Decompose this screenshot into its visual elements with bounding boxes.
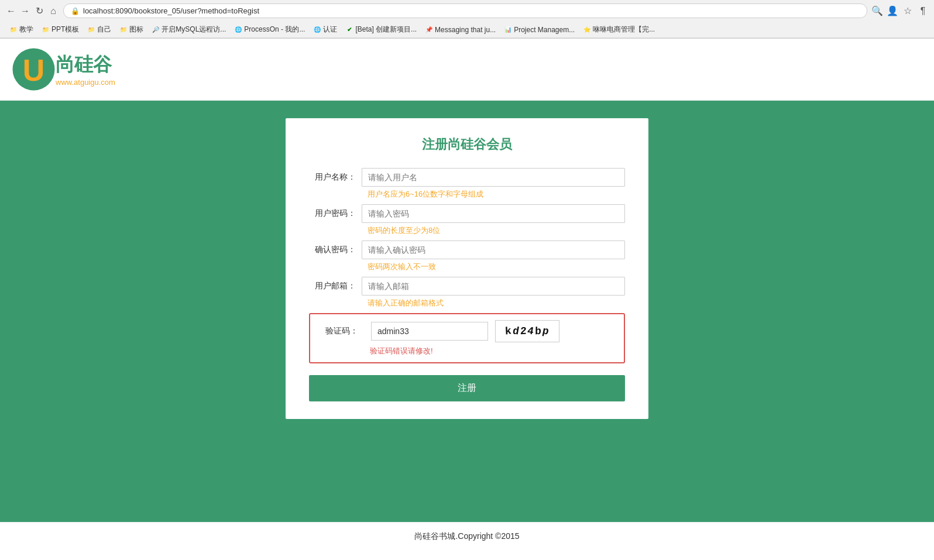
bookmark-icon-beta: ✔ bbox=[345, 26, 353, 34]
bookmark-jiaoxue[interactable]: 📁 教学 bbox=[6, 23, 37, 36]
username-input[interactable] bbox=[362, 168, 625, 187]
page-header: U 尚硅谷 www.atguigu.com bbox=[0, 39, 934, 101]
bookmark-ziji[interactable]: 📁 自己 bbox=[84, 23, 115, 36]
page-footer: 尚硅谷书城.Copyright ©2015 bbox=[0, 522, 934, 551]
username-label: 用户名称： bbox=[309, 168, 362, 183]
bookmark-icon-messaging: 📌 bbox=[425, 26, 433, 34]
lock-icon: 🔒 bbox=[71, 7, 80, 15]
nav-icons: ← → ↻ ⌂ bbox=[6, 6, 59, 16]
toolbar-right: 🔍 👤 ☆ ¶ bbox=[872, 6, 928, 16]
confirm-input[interactable] bbox=[362, 241, 625, 259]
bookmark-xiuxiu[interactable]: ⭐ 咻咻电商管理【完... bbox=[579, 23, 658, 36]
captcha-section: 验证码： kd24bp 验证码错误请修改! bbox=[309, 313, 625, 363]
confirm-row: 确认密码： bbox=[309, 241, 625, 259]
bookmark-icon-project: 📊 bbox=[504, 26, 512, 34]
captcha-error: 验证码错误请修改! bbox=[317, 346, 617, 356]
email-row: 用户邮箱： bbox=[309, 277, 625, 296]
browser-chrome: ← → ↻ ⌂ 🔒 localhost:8090/bookstore_05/us… bbox=[0, 0, 934, 39]
browser-toolbar: ← → ↻ ⌂ 🔒 localhost:8090/bookstore_05/us… bbox=[0, 0, 934, 22]
user-icon[interactable]: 👤 bbox=[887, 6, 898, 16]
bookmark-messaging[interactable]: 📌 Messaging that ju... bbox=[421, 25, 499, 35]
bookmark-ppt[interactable]: 📁 PPT模板 bbox=[38, 23, 83, 36]
menu-icon[interactable]: ¶ bbox=[918, 6, 928, 16]
bookmark-project[interactable]: 📊 Project Managem... bbox=[500, 25, 578, 35]
bookmark-mysql[interactable]: 🔎 开启MySQL远程访... bbox=[148, 23, 229, 36]
bookmark-renzheng[interactable]: 🌐 认证 bbox=[310, 23, 341, 36]
home-icon[interactable]: ⌂ bbox=[48, 6, 59, 16]
password-input-wrapper bbox=[362, 204, 625, 223]
password-row: 用户密码： bbox=[309, 204, 625, 223]
captcha-row: 验证码： kd24bp bbox=[317, 320, 617, 342]
password-input[interactable] bbox=[362, 204, 625, 223]
confirm-input-wrapper bbox=[362, 241, 625, 259]
bookmark-icon-processon: 🌐 bbox=[234, 26, 242, 34]
submit-row: 注册 bbox=[309, 375, 625, 401]
password-label: 用户密码： bbox=[309, 204, 362, 219]
bookmark-processon[interactable]: 🌐 ProcessOn - 我的... bbox=[231, 23, 308, 36]
captcha-input[interactable] bbox=[371, 322, 488, 341]
address-bar[interactable]: 🔒 localhost:8090/bookstore_05/user?metho… bbox=[63, 4, 867, 18]
form-title: 注册尚硅谷会员 bbox=[309, 136, 625, 153]
svg-text:U: U bbox=[23, 53, 45, 87]
email-input-wrapper bbox=[362, 277, 625, 296]
logo-url-text: www.atguigu.com bbox=[56, 78, 115, 87]
submit-button[interactable]: 注册 bbox=[309, 375, 625, 401]
bookmark-icon-ppt: 📁 bbox=[42, 26, 50, 34]
bookmark-icon-xiuxiu: ⭐ bbox=[583, 26, 591, 34]
bookmark-icon-renzheng: 🌐 bbox=[313, 26, 321, 34]
captcha-image[interactable]: kd24bp bbox=[495, 320, 559, 342]
logo-svg: U bbox=[12, 47, 56, 91]
logo-brand-text: 尚硅谷 bbox=[56, 52, 115, 78]
refresh-icon[interactable]: ↻ bbox=[34, 6, 44, 16]
footer-text: 尚硅谷书城.Copyright ©2015 bbox=[414, 531, 519, 541]
registration-form-container: 注册尚硅谷会员 用户名称： 用户名应为6~16位数字和字母组成 用户密码： 密码… bbox=[286, 118, 648, 419]
back-icon[interactable]: ← bbox=[6, 6, 16, 16]
username-input-wrapper bbox=[362, 168, 625, 187]
logo-text: 尚硅谷 www.atguigu.com bbox=[56, 52, 115, 87]
email-label: 用户邮箱： bbox=[309, 277, 362, 291]
bookmark-icon-ziji: 📁 bbox=[87, 26, 95, 34]
main-content: 注册尚硅谷会员 用户名称： 用户名应为6~16位数字和字母组成 用户密码： 密码… bbox=[0, 101, 934, 522]
captcha-image-text: kd24bp bbox=[504, 325, 551, 337]
address-text: localhost:8090/bookstore_05/user?method=… bbox=[83, 6, 259, 15]
forward-icon[interactable]: → bbox=[20, 6, 30, 16]
star-icon[interactable]: ☆ bbox=[902, 6, 913, 16]
confirm-label: 确认密码： bbox=[309, 241, 362, 255]
bookmark-tubiao[interactable]: 📁 图标 bbox=[116, 23, 147, 36]
email-error: 请输入正确的邮箱格式 bbox=[309, 298, 625, 308]
search-icon[interactable]: 🔍 bbox=[872, 6, 883, 16]
confirm-error: 密码两次输入不一致 bbox=[309, 262, 625, 272]
bookmark-icon-tubiao: 📁 bbox=[119, 26, 128, 34]
email-input[interactable] bbox=[362, 277, 625, 296]
captcha-label: 验证码： bbox=[317, 326, 364, 336]
username-row: 用户名称： bbox=[309, 168, 625, 187]
bookmark-icon-mysql: 🔎 bbox=[152, 26, 160, 34]
logo-container: U 尚硅谷 www.atguigu.com bbox=[12, 47, 115, 91]
bookmark-icon-jiaoxue: 📁 bbox=[9, 26, 18, 34]
username-error: 用户名应为6~16位数字和字母组成 bbox=[309, 189, 625, 200]
bookmarks-bar: 📁 教学 📁 PPT模板 📁 自己 📁 图标 🔎 开启MySQL远程访... 🌐… bbox=[0, 22, 934, 38]
password-error: 密码的长度至少为8位 bbox=[309, 225, 625, 236]
bookmark-beta[interactable]: ✔ [Beta] 创建新项目... bbox=[342, 23, 420, 36]
